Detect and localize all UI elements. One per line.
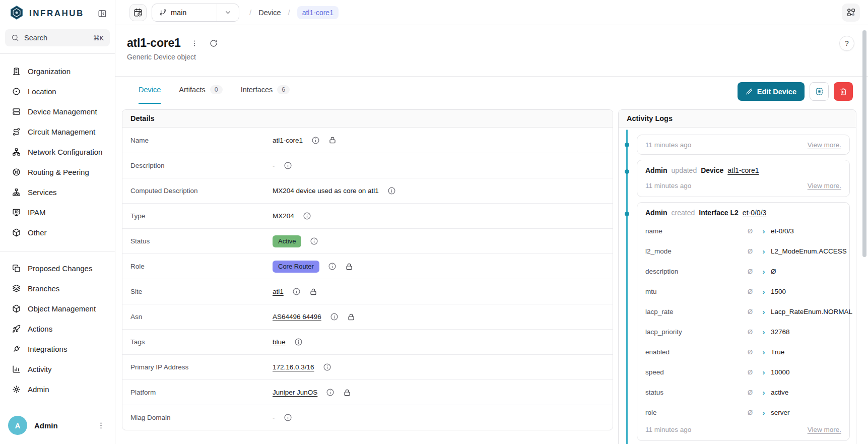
info-button[interactable] [328,262,337,271]
change-arrow-icon: › [757,348,771,356]
info-button[interactable] [323,363,331,371]
info-button[interactable] [311,136,320,145]
prop-value: True [771,348,841,356]
change-arrow-icon: › [757,388,771,397]
schema-visualizer-button[interactable] [842,4,860,22]
activity-actor: Admin [645,209,667,217]
tab-count-badge: 6 [277,85,290,94]
tab-row: DeviceArtifacts0Interfaces6 Edit Device [115,77,868,109]
info-button[interactable] [284,161,292,170]
sidebar-item-proposed-changes[interactable]: Proposed Changes [0,258,115,278]
info-button[interactable] [294,338,303,346]
info-button[interactable] [284,413,292,422]
info-button[interactable] [330,312,339,321]
activity-object-type: Device [701,166,723,174]
sidebar-item-ipam[interactable]: IPAM [0,202,115,222]
detail-row-role: RoleCore Router [122,253,613,279]
user-name: Admin [34,421,58,430]
info-button[interactable] [310,237,318,245]
sidebar-item-circuit-management[interactable]: Circuit Management [0,121,115,142]
null-value-icon: Ø [744,268,757,275]
sidebar-item-routing-peering[interactable]: Routing & Peering [0,162,115,182]
edit-device-button[interactable]: Edit Device [738,82,805,101]
prop-name: lacp_priority [645,328,744,336]
circle-dot-icon [12,87,21,96]
detail-value-link[interactable]: atl1 [273,288,284,295]
delete-button[interactable] [834,82,853,101]
detail-value-link[interactable]: 172.16.0.3/16 [273,363,314,371]
sidebar-item-location[interactable]: Location [0,81,115,101]
sidebar-item-integrations[interactable]: Integrations [0,339,115,359]
branch-selector-caret[interactable] [217,4,239,21]
sidebar-item-network-configuration[interactable]: Network Configuration [0,142,115,162]
change-arrow-icon: › [757,227,771,235]
sidebar-item-device-management[interactable]: Device Management [0,101,115,121]
info-icon [292,287,301,296]
prop-value: active [771,389,841,396]
view-more-link[interactable]: View more. [808,141,841,149]
detail-value-link[interactable]: Juniper JunOS [273,389,317,396]
title-options-button[interactable] [189,38,200,49]
activity-object-link[interactable]: et-0/0/3 [743,209,766,217]
prop-value: et-0/0/3 [771,227,841,235]
search-input[interactable]: Search ⌘K [5,29,110,46]
activity-object-link[interactable]: atl1-core1 [727,166,759,174]
detail-value-link[interactable]: blue [273,338,286,346]
tabs: DeviceArtifacts0Interfaces6 [139,77,290,104]
sidebar-item-label: Actions [28,325,52,333]
detail-row-description: Description- [122,153,613,178]
sidebar-collapse-button[interactable] [96,7,109,20]
breadcrumb: / Device / atl1-core1 [249,6,339,19]
breadcrumb-device[interactable]: Device [258,9,281,17]
sidebar-item-services[interactable]: Services [0,182,115,202]
sidebar-item-object-management[interactable]: Object Management [0,298,115,319]
sidebar-item-branches[interactable]: Branches [0,278,115,298]
sidebar-item-admin[interactable]: Admin [0,379,115,399]
info-button[interactable] [326,388,335,397]
view-more-link[interactable]: View more. [808,426,841,433]
null-value-icon: Ø [744,348,757,356]
tab-artifacts[interactable]: Artifacts0 [179,77,222,104]
git-branch-icon [159,9,167,16]
sidebar-item-other[interactable]: Other [0,222,115,242]
sidebar-item-label: Device Management [28,107,97,116]
detail-label: Description [130,162,273,169]
user-options-button[interactable] [95,419,107,431]
schema-icon [846,8,856,17]
info-button[interactable] [303,212,311,220]
kebab-icon [190,39,198,47]
view-more-link[interactable]: View more. [808,182,841,189]
help-button[interactable]: ? [839,36,854,51]
sidebar-item-activity[interactable]: Activity [0,359,115,379]
lock-icon [343,389,351,397]
detail-value-link[interactable]: AS64496 64496 [273,313,321,321]
sidebar-item-organization[interactable]: Organization [0,61,115,81]
logo: INFRAHUB [0,0,115,27]
info-button[interactable] [387,186,396,195]
activity-actor: Admin [645,166,667,174]
lock-icon [328,136,337,144]
tab-device[interactable]: Device [139,77,161,104]
null-value-icon: Ø [744,368,757,376]
panel-collapse-icon [98,9,107,18]
date-time-button[interactable] [129,4,147,21]
plug-icon [12,345,21,353]
manage-groups-button[interactable] [810,82,829,101]
calendar-clock-icon [133,8,143,17]
change-arrow-icon: › [757,247,771,256]
activity-logs-panel: Activity Logs 11 minutes agoView more.Ad… [618,109,856,444]
info-button[interactable] [292,287,301,296]
branch-selector[interactable]: main [152,4,239,22]
info-icon [387,186,396,195]
lock-icon [347,313,355,321]
edit-device-label: Edit Device [757,88,796,96]
tab-label: Device [139,86,161,94]
sidebar-item-actions[interactable]: Actions [0,319,115,339]
prop-value: L2_ModeEnum.ACCESS [771,247,841,255]
tab-interfaces[interactable]: Interfaces6 [241,77,290,104]
breadcrumb-current[interactable]: atl1-core1 [297,6,339,19]
refresh-button[interactable] [208,38,219,49]
change-arrow-icon: › [757,328,771,336]
avatar[interactable]: A [8,416,27,435]
vertical-scrollbar[interactable] [862,30,866,257]
